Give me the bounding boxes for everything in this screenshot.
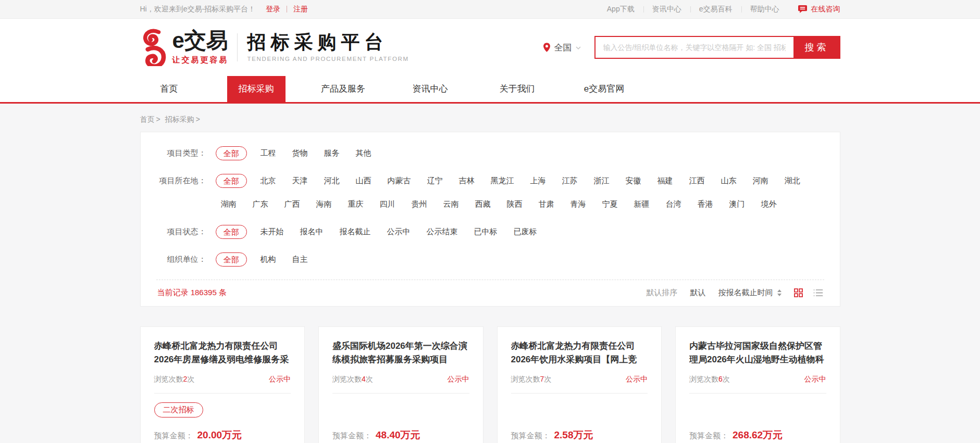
logo-text: e交易 — [172, 30, 229, 52]
filter-option[interactable]: 云南 — [443, 197, 459, 211]
card-grid: 赤峰桥北富龙热力有限责任公司2026年房屋修缮及弱电维修服务采购项目【网上...… — [140, 326, 840, 443]
logo[interactable]: e交易 让交易更容易 招标采购平台 TENDERING AND PROCUREM… — [140, 29, 409, 66]
filter-option[interactable]: 工程 — [260, 146, 276, 160]
filter-option[interactable]: 河南 — [753, 173, 768, 188]
filter-option[interactable]: 报名中 — [300, 224, 324, 239]
badge-row — [689, 401, 826, 419]
filter-option[interactable]: 福建 — [658, 173, 673, 188]
filter-option[interactable]: 四川 — [380, 197, 395, 211]
tender-card[interactable]: 盛乐国际机场2026年第一次综合演练模拟旅客招募服务采购项目浏览次数4次公示中预… — [318, 326, 483, 443]
filter-option[interactable]: 重庆 — [348, 197, 364, 211]
nav-item-official[interactable]: e交易官网 — [575, 76, 634, 102]
filter-option[interactable]: 广西 — [284, 197, 300, 211]
filter-option[interactable]: 湖南 — [221, 197, 237, 211]
filter-option[interactable]: 自主 — [292, 252, 308, 267]
filter-option[interactable]: 澳门 — [729, 197, 745, 211]
filter-option[interactable]: 服务 — [324, 146, 340, 160]
nav-item-products[interactable]: 产品及服务 — [314, 76, 373, 102]
tender-card[interactable]: 赤峰桥北富龙热力有限责任公司2026年饮用水采购项目【网上竞价】浏览次数7次公示… — [497, 326, 662, 443]
online-service-link[interactable]: 在线咨询 — [798, 5, 840, 14]
register-link[interactable]: 注册 — [293, 5, 308, 14]
divider — [154, 393, 291, 394]
breadcrumb-item-1[interactable]: 首页 — [140, 115, 165, 123]
filter-option[interactable]: 安徽 — [626, 173, 641, 188]
filter-option[interactable]: 江西 — [689, 173, 705, 188]
badge-row — [332, 401, 469, 419]
filter-option[interactable]: 北京 — [260, 173, 276, 188]
filter-option[interactable]: 境外 — [761, 197, 777, 211]
logo-slogan: 让交易更容易 — [172, 55, 229, 65]
nav-item-home[interactable]: 首页 — [140, 76, 199, 102]
topbar-links: App下载资讯中心e交易百科帮助中心 — [598, 5, 788, 14]
sort-default-option[interactable]: 默认 — [690, 288, 706, 298]
filter-option[interactable]: 辽宁 — [427, 173, 443, 188]
divider — [689, 393, 826, 394]
filter-all-pill[interactable]: 全部 — [216, 225, 247, 239]
card-title[interactable]: 赤峰桥北富龙热力有限责任公司2026年饮用水采购项目【网上竞价】 — [511, 339, 648, 367]
filter-option[interactable]: 天津 — [292, 173, 308, 188]
filter-option[interactable]: 吉林 — [459, 173, 475, 188]
filter-option[interactable]: 陕西 — [507, 197, 523, 211]
tender-card[interactable]: 内蒙古毕拉河国家级自然保护区管理局2026年火山湿地野生动植物科普馆维修改...… — [675, 326, 840, 443]
card-title[interactable]: 内蒙古毕拉河国家级自然保护区管理局2026年火山湿地野生动植物科普馆维修改... — [689, 339, 826, 367]
nav-item-about[interactable]: 关于我们 — [488, 76, 547, 102]
sort-by-deadline[interactable]: 按报名截止时间 — [718, 288, 781, 298]
filter-option[interactable]: 货物 — [292, 146, 308, 160]
list-view-icon[interactable] — [813, 289, 823, 297]
filter-option[interactable]: 江苏 — [562, 173, 578, 188]
filter-option[interactable]: 报名截止 — [340, 224, 371, 239]
filter-option[interactable]: 黑龙江 — [491, 173, 514, 188]
grid-view-icon[interactable] — [794, 288, 803, 297]
filter-option[interactable]: 机构 — [260, 252, 276, 267]
filter-all-pill[interactable]: 全部 — [216, 146, 247, 160]
tender-card[interactable]: 赤峰桥北富龙热力有限责任公司2026年房屋修缮及弱电维修服务采购项目【网上...… — [140, 326, 305, 443]
filter-option[interactable]: 新疆 — [634, 197, 650, 211]
topbar-link-2[interactable]: 资讯中心 — [643, 5, 690, 14]
filter-option[interactable]: 香港 — [698, 197, 713, 211]
filter-all-pill[interactable]: 全部 — [216, 174, 247, 188]
logo-swirl-icon — [140, 29, 167, 66]
filter-option[interactable]: 台湾 — [666, 197, 681, 211]
card-title[interactable]: 赤峰桥北富龙热力有限责任公司2026年房屋修缮及弱电维修服务采购项目【网上... — [154, 339, 291, 367]
filter-option[interactable]: 其他 — [356, 146, 371, 160]
filter-option[interactable]: 海南 — [316, 197, 332, 211]
filter-label: 项目所在地： — [156, 173, 206, 211]
sort-default-label[interactable]: 默认排序 — [647, 288, 678, 298]
search-input[interactable] — [594, 36, 793, 59]
filter-option[interactable]: 已中标 — [474, 224, 498, 239]
topbar-link-3[interactable]: e交易百科 — [690, 5, 741, 14]
region-selector[interactable]: 全国 — [543, 42, 581, 54]
filter-option[interactable]: 广东 — [253, 197, 268, 211]
filter-option[interactable]: 内蒙古 — [388, 173, 411, 188]
breadcrumb-item-2[interactable]: 招标采购 — [165, 115, 205, 123]
region-label: 全国 — [554, 42, 572, 54]
filter-option[interactable]: 河北 — [324, 173, 340, 188]
search-button[interactable]: 搜索 — [793, 36, 840, 59]
filter-option[interactable]: 湖北 — [785, 173, 800, 188]
login-link[interactable]: 登录 — [266, 5, 280, 14]
filter-option[interactable]: 宁夏 — [602, 197, 618, 211]
badge-row: 二次招标 — [154, 401, 291, 419]
nav-item-news[interactable]: 资讯中心 — [401, 76, 460, 102]
topbar: Hi，欢迎来到e交易-招标采购平台！ 登录 注册 App下载资讯中心e交易百科帮… — [0, 0, 980, 19]
filter-option[interactable]: 青海 — [570, 197, 586, 211]
filter-option[interactable]: 山东 — [721, 173, 737, 188]
filter-option[interactable]: 西藏 — [475, 197, 491, 211]
filter-all-pill[interactable]: 全部 — [216, 252, 247, 267]
filter-option[interactable]: 山西 — [356, 173, 371, 188]
filter-option[interactable]: 上海 — [530, 173, 546, 188]
filter-option[interactable]: 公示中 — [387, 224, 411, 239]
filter-option[interactable]: 贵州 — [412, 197, 427, 211]
topbar-link-1[interactable]: App下载 — [598, 5, 643, 14]
budget-row: 预算金额：48.40万元 — [332, 428, 469, 442]
status-badge: 公示中 — [448, 375, 469, 384]
filter-option[interactable]: 甘肃 — [539, 197, 554, 211]
filter-option[interactable]: 未开始 — [260, 224, 284, 239]
filter-option[interactable]: 公示结束 — [427, 224, 458, 239]
divider — [511, 393, 648, 394]
nav-item-tendering[interactable]: 招标采购 — [227, 76, 286, 102]
filter-option[interactable]: 已废标 — [514, 224, 537, 239]
topbar-link-4[interactable]: 帮助中心 — [741, 5, 788, 14]
card-title[interactable]: 盛乐国际机场2026年第一次综合演练模拟旅客招募服务采购项目 — [332, 339, 469, 367]
filter-option[interactable]: 浙江 — [594, 173, 610, 188]
